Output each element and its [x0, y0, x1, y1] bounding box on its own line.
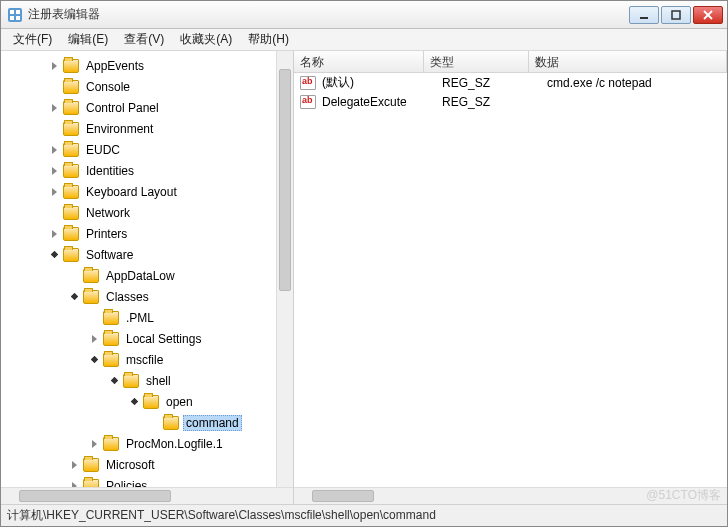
value-data: cmd.exe /c notepad: [545, 76, 727, 90]
tree-item[interactable]: Environment: [83, 122, 156, 136]
minimize-button[interactable]: [629, 6, 659, 24]
expand-icon: [47, 122, 61, 136]
svg-rect-6: [672, 11, 680, 19]
status-bar: 计算机\HKEY_CURRENT_USER\Software\Classes\m…: [1, 504, 727, 526]
list-horizontal-scrollbar[interactable]: [294, 487, 727, 504]
window-title: 注册表编辑器: [28, 6, 627, 23]
tree-item[interactable]: Local Settings: [123, 332, 204, 346]
folder-icon: [63, 59, 79, 73]
expand-icon[interactable]: [47, 164, 61, 178]
menu-bar: 文件(F) 编辑(E) 查看(V) 收藏夹(A) 帮助(H): [1, 29, 727, 51]
expand-icon[interactable]: [47, 143, 61, 157]
list-pane: 名称 类型 数据 (默认) REG_SZ cmd.exe /c notepad …: [294, 51, 727, 504]
menu-file[interactable]: 文件(F): [5, 29, 60, 50]
folder-icon: [103, 332, 119, 346]
folder-icon: [123, 374, 139, 388]
string-value-icon: [300, 76, 316, 90]
expand-icon[interactable]: [47, 59, 61, 73]
tree-item[interactable]: .PML: [123, 311, 157, 325]
collapse-icon[interactable]: [127, 395, 141, 409]
tree-item[interactable]: Policies: [103, 479, 150, 488]
folder-icon: [143, 395, 159, 409]
string-value-icon: [300, 95, 316, 109]
folder-icon: [63, 206, 79, 220]
tree-item[interactable]: ProcMon.Logfile.1: [123, 437, 226, 451]
tree-item[interactable]: AppDataLow: [103, 269, 178, 283]
tree-item[interactable]: EUDC: [83, 143, 123, 157]
svg-rect-4: [16, 16, 20, 20]
expand-icon: [67, 269, 81, 283]
value-name: DelegateExcute: [320, 95, 440, 109]
collapse-icon[interactable]: [107, 374, 121, 388]
collapse-icon[interactable]: [67, 290, 81, 304]
expand-icon: [87, 311, 101, 325]
tree-item[interactable]: AppEvents: [83, 59, 147, 73]
tree-item[interactable]: Control Panel: [83, 101, 162, 115]
list-row[interactable]: (默认) REG_SZ cmd.exe /c notepad: [294, 73, 727, 92]
expand-icon: [147, 416, 161, 430]
folder-icon: [63, 143, 79, 157]
list-body[interactable]: (默认) REG_SZ cmd.exe /c notepad DelegateE…: [294, 73, 727, 504]
folder-icon: [63, 227, 79, 241]
tree-item[interactable]: open: [163, 395, 196, 409]
title-bar: 注册表编辑器: [1, 1, 727, 29]
value-type: REG_SZ: [440, 95, 545, 109]
folder-icon: [63, 122, 79, 136]
list-row[interactable]: DelegateExcute REG_SZ: [294, 92, 727, 111]
menu-help[interactable]: 帮助(H): [240, 29, 297, 50]
tree-item[interactable]: shell: [143, 374, 174, 388]
column-data[interactable]: 数据: [529, 51, 727, 72]
folder-icon: [103, 437, 119, 451]
folder-icon: [103, 311, 119, 325]
tree-item[interactable]: Identities: [83, 164, 137, 178]
tree-item[interactable]: Microsoft: [103, 458, 158, 472]
folder-icon: [83, 290, 99, 304]
column-type[interactable]: 类型: [424, 51, 529, 72]
svg-rect-3: [10, 16, 14, 20]
maximize-button[interactable]: [661, 6, 691, 24]
column-name[interactable]: 名称: [294, 51, 424, 72]
menu-favorites[interactable]: 收藏夹(A): [172, 29, 240, 50]
folder-icon: [63, 185, 79, 199]
tree-horizontal-scrollbar[interactable]: [1, 487, 293, 504]
tree-item-selected[interactable]: command: [183, 415, 242, 431]
expand-icon: [47, 206, 61, 220]
svg-rect-2: [16, 10, 20, 14]
expand-icon[interactable]: [47, 101, 61, 115]
close-button[interactable]: [693, 6, 723, 24]
tree-item[interactable]: mscfile: [123, 353, 166, 367]
menu-view[interactable]: 查看(V): [116, 29, 172, 50]
tree-item[interactable]: Network: [83, 206, 133, 220]
tree-item[interactable]: Console: [83, 80, 133, 94]
expand-icon[interactable]: [47, 227, 61, 241]
expand-icon[interactable]: [67, 479, 81, 488]
tree-vertical-scrollbar[interactable]: [276, 51, 293, 487]
folder-icon: [63, 80, 79, 94]
folder-icon: [83, 458, 99, 472]
expand-icon[interactable]: [67, 458, 81, 472]
tree-item[interactable]: Keyboard Layout: [83, 185, 180, 199]
menu-edit[interactable]: 编辑(E): [60, 29, 116, 50]
svg-rect-1: [10, 10, 14, 14]
expand-icon[interactable]: [87, 332, 101, 346]
value-name: (默认): [320, 74, 440, 91]
folder-icon: [83, 269, 99, 283]
tree-item[interactable]: Software: [83, 248, 136, 262]
collapse-icon[interactable]: [47, 248, 61, 262]
tree-item[interactable]: Printers: [83, 227, 130, 241]
expand-icon[interactable]: [47, 185, 61, 199]
expand-icon[interactable]: [87, 437, 101, 451]
folder-icon: [163, 416, 179, 430]
folder-icon: [83, 479, 99, 488]
collapse-icon[interactable]: [87, 353, 101, 367]
folder-icon: [63, 101, 79, 115]
folder-icon: [103, 353, 119, 367]
tree-view[interactable]: AppEvents Console Control Panel Environm…: [1, 51, 276, 487]
tree-item[interactable]: Classes: [103, 290, 152, 304]
folder-icon: [63, 164, 79, 178]
expand-icon: [47, 80, 61, 94]
status-path: 计算机\HKEY_CURRENT_USER\Software\Classes\m…: [7, 507, 436, 524]
folder-icon: [63, 248, 79, 262]
tree-pane: AppEvents Console Control Panel Environm…: [1, 51, 294, 504]
value-type: REG_SZ: [440, 76, 545, 90]
